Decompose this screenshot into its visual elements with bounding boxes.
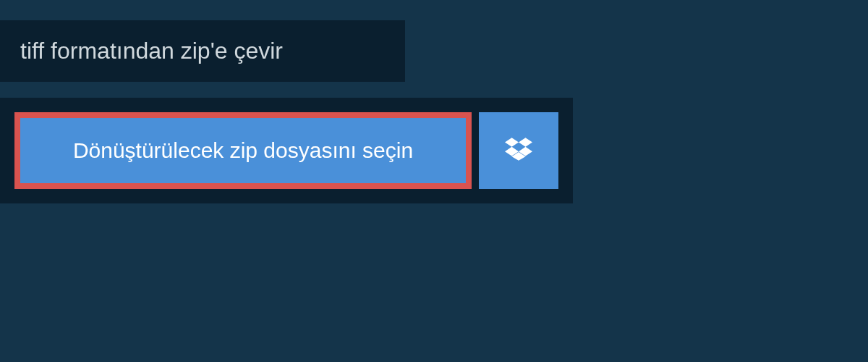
dropbox-button[interactable] bbox=[479, 112, 558, 189]
upload-panel: Dönüştürülecek zip dosyasını seçin bbox=[0, 98, 573, 203]
select-file-button-label: Dönüştürülecek zip dosyasını seçin bbox=[73, 138, 413, 163]
select-file-button[interactable]: Dönüştürülecek zip dosyasını seçin bbox=[14, 112, 472, 189]
page-title-text: tiff formatından zip'e çevir bbox=[20, 38, 283, 64]
dropbox-icon bbox=[505, 135, 532, 166]
page-title: tiff formatından zip'e çevir bbox=[0, 20, 405, 82]
